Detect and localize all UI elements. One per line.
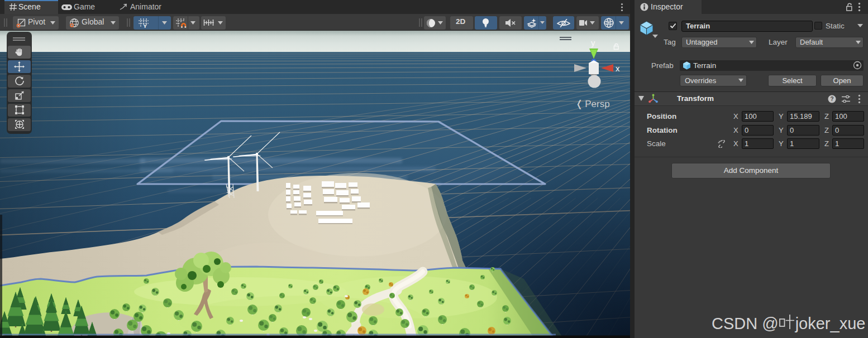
svg-text:y: y — [591, 38, 595, 47]
svg-text:?: ? — [831, 96, 834, 102]
svg-text:x: x — [616, 64, 620, 73]
svg-text:Y: Y — [144, 23, 147, 29]
